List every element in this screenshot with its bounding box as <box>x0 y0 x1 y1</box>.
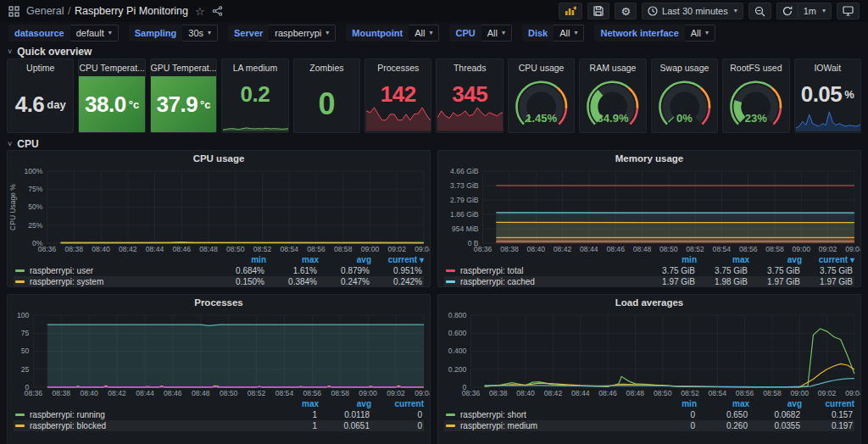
legend-column-avg[interactable]: avg <box>749 255 802 264</box>
legend-column-avg[interactable]: avg <box>319 255 371 264</box>
variable-value-dropdown[interactable]: raspberrypi <box>269 25 336 42</box>
variable-label: CPU <box>449 25 481 42</box>
legend-series-toggle[interactable]: raspberrypi: medium <box>446 421 643 430</box>
legend-value: 1 <box>264 421 317 430</box>
legend-column-min[interactable]: min <box>644 255 697 264</box>
legend-series-toggle[interactable]: raspberrypi: short <box>446 410 643 419</box>
svg-text:08:42: 08:42 <box>119 245 137 253</box>
row-header-quick-overview[interactable]: Quick overview <box>0 44 868 58</box>
refresh-interval-select[interactable]: 1m <box>798 3 832 19</box>
legend-column-current[interactable]: current <box>371 399 424 408</box>
variable-value-dropdown[interactable]: All <box>481 25 512 42</box>
dashboards-grid-icon[interactable] <box>8 6 19 17</box>
panel-title[interactable]: RootFS used <box>723 59 788 76</box>
variable-label: Sampling <box>129 25 183 42</box>
gauge-value-label: 0% <box>652 112 717 125</box>
legend-column-max[interactable]: max <box>266 255 319 264</box>
svg-text:50%: 50% <box>28 203 43 212</box>
panel-title[interactable]: IOWait <box>795 59 860 76</box>
legend-series-toggle[interactable]: raspberrypi: total <box>446 266 643 275</box>
save-dashboard-button[interactable] <box>587 3 609 19</box>
legend-value: 0.384% <box>264 277 317 286</box>
svg-text:08:58: 08:58 <box>765 245 784 253</box>
dashboard-title[interactable]: Raspberry Pi Monitoring <box>75 5 188 17</box>
cpu-usage-plot[interactable]: 0%25%50%75%100%08:3608:3808:4008:4208:44… <box>8 166 430 254</box>
legend-value: 0.650 <box>695 410 748 419</box>
stat-value: 4.6day <box>8 76 73 132</box>
chevron-down-icon <box>502 30 505 36</box>
series-color-swatch <box>446 280 455 283</box>
svg-text:08:46: 08:46 <box>606 245 625 253</box>
legend-column-max[interactable]: max <box>697 399 749 408</box>
legend-series-toggle[interactable]: raspberrypi: system <box>15 277 212 286</box>
variable-value-dropdown[interactable]: default <box>70 25 119 42</box>
variable-value-dropdown[interactable]: 30s <box>182 25 218 42</box>
chevron-down-icon <box>574 30 577 36</box>
legend-column-current[interactable]: current ▾ <box>371 255 424 264</box>
series-color-swatch <box>446 269 455 272</box>
svg-text:08:54: 08:54 <box>713 245 732 253</box>
series-name: raspberrypi: medium <box>460 421 537 430</box>
load-averages-plot[interactable]: 00.2000.4000.6000.80008:3608:3808:4008:4… <box>438 310 860 398</box>
legend-column-avg[interactable]: avg <box>319 399 371 408</box>
legend-row: raspberrypi: cached1.97 GiB1.98 GiB1.97 … <box>444 276 854 287</box>
zoom-out-button[interactable] <box>748 3 771 19</box>
legend-series-toggle[interactable]: raspberrypi: cached <box>446 277 643 286</box>
panel-title[interactable]: Processes <box>8 295 430 310</box>
legend-column-current[interactable]: current <box>802 399 854 408</box>
legend-column-min[interactable]: min <box>214 255 266 264</box>
legend-series-toggle[interactable]: raspberrypi: running <box>15 410 264 419</box>
svg-text:08:50: 08:50 <box>654 389 672 397</box>
legend-value: 1.97 GiB <box>748 277 800 286</box>
svg-text:09:00: 09:00 <box>359 389 377 397</box>
processes-plot[interactable]: 025507510008:3608:3808:4008:4208:4408:46… <box>8 310 430 398</box>
variable-value-dropdown[interactable]: All <box>554 25 584 42</box>
variable-mountpoint: MountpointAll <box>346 25 439 42</box>
cycle-view-mode-button[interactable] <box>837 3 860 19</box>
legend-value: 1.97 GiB <box>643 277 695 286</box>
panel-title[interactable]: Swap usage <box>652 59 717 76</box>
row-header-cpu[interactable]: CPU <box>0 136 868 150</box>
panel-title[interactable]: CPU usage <box>8 151 430 166</box>
svg-text:08:58: 08:58 <box>331 389 349 397</box>
star-icon[interactable]: ☆ <box>195 5 205 18</box>
panel-title[interactable]: CPU Temperat... <box>79 59 144 76</box>
breadcrumb-section[interactable]: General <box>26 5 64 17</box>
memory-usage-legend: minmaxavgcurrent ▾raspberrypi: total3.75… <box>438 254 860 287</box>
panel-title[interactable]: Processes <box>365 59 431 76</box>
memory-usage-plot[interactable]: 0 B954 MiB1.86 GiB2.79 GiB3.73 GiB4.66 G… <box>438 166 860 254</box>
add-panel-button[interactable] <box>559 3 582 19</box>
panel-title[interactable]: Load averages <box>438 295 860 310</box>
panel-title[interactable]: RAM usage <box>580 59 645 76</box>
variable-disk: DiskAll <box>522 25 585 42</box>
legend-column-min[interactable]: min <box>644 399 697 408</box>
legend-header: minmaxavgcurrent <box>444 398 854 409</box>
legend-series-toggle[interactable]: raspberrypi: user <box>15 266 212 275</box>
panel-title[interactable]: LA medium <box>222 59 287 76</box>
panel-load-averages: Load averages 00.2000.4000.6000.80008:36… <box>437 294 861 444</box>
variable-value-dropdown[interactable]: All <box>685 25 715 42</box>
panel-title[interactable]: Memory usage <box>438 151 860 166</box>
legend-column-current[interactable]: current ▾ <box>802 255 854 264</box>
panel-title[interactable]: CPU usage <box>509 59 574 76</box>
legend-header: minmaxavgcurrent ▾ <box>444 254 854 265</box>
share-icon[interactable] <box>212 6 223 16</box>
variable-current-value: raspberrypi <box>275 28 321 38</box>
legend-row: raspberrypi: blocked10.06510 <box>14 420 424 431</box>
legend-column-avg[interactable]: avg <box>749 399 802 408</box>
variable-value-dropdown[interactable]: All <box>409 25 439 42</box>
legend-series-toggle[interactable]: raspberrypi: blocked <box>15 421 264 430</box>
panel-title[interactable]: Threads <box>437 59 502 76</box>
svg-text:25: 25 <box>21 365 30 374</box>
time-range-picker[interactable]: Last 30 minutes <box>642 3 743 19</box>
panel-title[interactable]: Uptime <box>8 59 73 76</box>
refresh-button[interactable] <box>776 3 798 19</box>
stat-body: 37.9°c <box>151 76 216 132</box>
panel-title[interactable]: GPU Temperat... <box>151 59 216 76</box>
legend-column-max[interactable]: max <box>697 255 749 264</box>
legend-column-max[interactable]: max <box>266 399 319 408</box>
legend-row: raspberrypi: user0.684%1.61%0.879%0.951% <box>14 265 424 276</box>
stat-value-unit: % <box>844 88 854 101</box>
dashboard-settings-button[interactable]: ⚙ <box>615 3 637 19</box>
panel-title[interactable]: Zombies <box>294 59 359 76</box>
